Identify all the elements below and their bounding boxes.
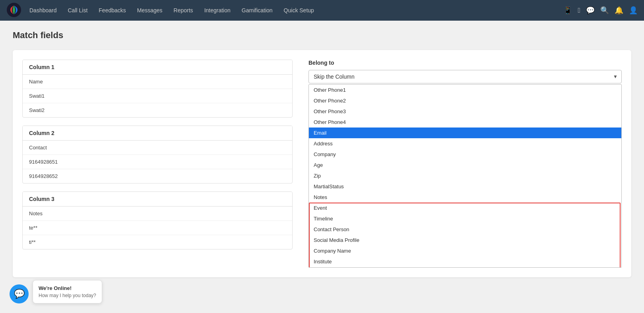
dropdown-list[interactable]: Other Phone1Other Phone2Other Phone3Othe… xyxy=(308,84,622,268)
match-fields-card: Column 1 Name Swati1 Swati2 Column 2 Con… xyxy=(13,50,631,277)
dropdown-item-age[interactable]: Age xyxy=(309,160,621,170)
dropdown-item-contact_person[interactable]: Contact Person xyxy=(309,224,621,235)
nav-gamification[interactable]: Gamification xyxy=(237,5,277,16)
nav-integration[interactable]: Integration xyxy=(200,5,235,16)
left-columns: Column 1 Name Swati1 Swati2 Column 2 Con… xyxy=(22,60,293,268)
belong-to-select[interactable]: Skip the Column xyxy=(308,70,622,83)
columns-area: Column 1 Name Swati1 Swati2 Column 2 Con… xyxy=(22,60,622,268)
nav-dashboard[interactable]: Dashboard xyxy=(25,5,62,16)
column1-block: Column 1 Name Swati1 Swati2 xyxy=(22,60,293,118)
main-content: Match fields Column 1 Name Swati1 Swati2… xyxy=(0,21,644,287)
nav-calllist[interactable]: Call List xyxy=(63,5,93,16)
column3-row1: te** xyxy=(23,221,292,235)
column2-row1: 9164928651 xyxy=(23,155,292,169)
column1-row1: Swati1 xyxy=(23,89,292,103)
dropdown-item-event[interactable]: Event xyxy=(309,203,621,213)
dropdown-item-social_media_profile[interactable]: Social Media Profile xyxy=(309,235,621,245)
dropdown-item-company[interactable]: Company xyxy=(309,149,621,160)
chat-bubble-title: We're Online! xyxy=(39,284,96,287)
dropdown-item-address[interactable]: Address xyxy=(309,138,621,149)
dropdown-item-qualification[interactable]: Qualification xyxy=(309,267,621,267)
dropdown-item-other_phone1[interactable]: Other Phone1 xyxy=(309,85,621,95)
belong-to-label: Belong to xyxy=(308,60,622,66)
nav-messages[interactable]: Messages xyxy=(132,5,167,16)
column3-row2: ti** xyxy=(23,235,292,249)
column3-row0: Notes xyxy=(23,207,292,221)
user-icon[interactable]: 👤 xyxy=(629,6,638,15)
dropdown-list-inner[interactable]: Other Phone1Other Phone2Other Phone3Othe… xyxy=(309,85,621,267)
column2-row2: 9164928652 xyxy=(23,169,292,183)
column3-header: Column 3 xyxy=(23,192,292,207)
nav-reports[interactable]: Reports xyxy=(169,5,198,16)
column2-block: Column 2 Contact 9164928651 9164928652 xyxy=(22,126,293,184)
android-icon[interactable]: 📱 xyxy=(563,6,572,15)
dropdown-item-company_name[interactable]: Company Name xyxy=(309,245,621,256)
dropdown-container: Skip the Column ▼ xyxy=(308,70,622,83)
search-icon[interactable]: 🔍 xyxy=(600,6,609,15)
bell-icon[interactable]: 🔔 xyxy=(615,6,623,15)
chat-widget: 💬 We're Online! How may I help you today… xyxy=(10,280,102,287)
column2-header: Column 2 xyxy=(23,126,292,141)
dropdown-item-email[interactable]: Email xyxy=(309,128,621,138)
dropdown-item-institute[interactable]: Institute xyxy=(309,256,621,267)
dropdown-item-other_phone3[interactable]: Other Phone3 xyxy=(309,106,621,117)
dropdown-item-notes[interactable]: Notes xyxy=(309,192,621,203)
column1-header: Column 1 xyxy=(23,60,292,75)
dropdown-item-other_phone2[interactable]: Other Phone2 xyxy=(309,95,621,106)
dropdown-item-martial_status[interactable]: MartialStatus xyxy=(309,181,621,192)
dropdown-item-timeline[interactable]: Timeline xyxy=(309,213,621,224)
navbar-icons: 📱  💬 🔍 🔔 👤 xyxy=(563,6,638,15)
right-area: Belong to Skip the Column ▼ Other Phone1… xyxy=(308,60,622,268)
support-icon[interactable]: 💬 xyxy=(586,6,595,15)
apple-icon[interactable]:  xyxy=(578,6,580,15)
app-logo xyxy=(6,2,21,19)
dropdown-item-zip[interactable]: Zip xyxy=(309,170,621,181)
column2-row0: Contact xyxy=(23,141,292,155)
dropdown-item-other_phone4[interactable]: Other Phone4 xyxy=(309,117,621,128)
navbar-links: Dashboard Call List Feedbacks Messages R… xyxy=(25,5,560,16)
column1-row0: Name xyxy=(23,75,292,89)
column3-block: Column 3 Notes te** ti** xyxy=(22,191,293,249)
chat-bubble: We're Online! How may I help you today? xyxy=(33,280,102,287)
nav-quicksetup[interactable]: Quick Setup xyxy=(279,5,319,16)
nav-feedbacks[interactable]: Feedbacks xyxy=(94,5,130,16)
column1-row2: Swati2 xyxy=(23,103,292,117)
chat-icon[interactable]: 💬 xyxy=(10,284,29,287)
navbar: Dashboard Call List Feedbacks Messages R… xyxy=(0,0,644,21)
page-title: Match fields xyxy=(13,30,631,41)
